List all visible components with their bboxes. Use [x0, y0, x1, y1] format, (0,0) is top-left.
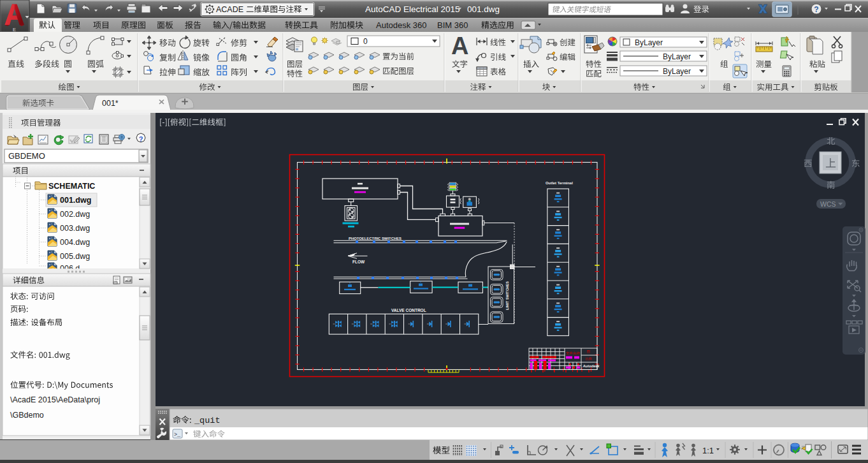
- svg-text:ByLayer: ByLayer: [663, 52, 691, 61]
- svg-text:GBDEMO: GBDEMO: [8, 151, 45, 161]
- svg-text:001*: 001*: [102, 99, 119, 108]
- svg-text:?: ?: [139, 135, 143, 143]
- svg-text:_quit: _quit: [194, 416, 221, 425]
- svg-text:WCS: WCS: [820, 200, 836, 208]
- svg-text:001.dwg: 001.dwg: [60, 196, 91, 205]
- svg-text:SCHEMATIC: SCHEMATIC: [48, 182, 95, 191]
- svg-text:0: 0: [363, 37, 368, 46]
- svg-text:FLOW: FLOW: [352, 260, 365, 264]
- svg-text:\AcadE 2015\AeData\proj: \AcadE 2015\AeData\proj: [10, 395, 100, 404]
- svg-text:\GBdemo: \GBdemo: [10, 411, 44, 420]
- svg-text:Outlet Terminal: Outlet Terminal: [546, 181, 573, 185]
- svg-text:LIMIT SWITCHES: LIMIT SWITCHES: [505, 281, 509, 310]
- svg-text:?: ?: [814, 5, 818, 14]
- svg-text:VALVE CONTROL: VALVE CONTROL: [391, 308, 426, 312]
- svg-text:Autodesk 360: Autodesk 360: [376, 20, 427, 30]
- svg-text:001.dwg: 001.dwg: [467, 4, 500, 14]
- svg-text:005.dwg: 005.dwg: [60, 252, 90, 261]
- svg-text:PHOTOELECTRIC SWITCHES: PHOTOELECTRIC SWITCHES: [349, 237, 401, 240]
- svg-text:A: A: [451, 33, 468, 59]
- svg-text:ACADE: ACADE: [216, 5, 243, 14]
- svg-text:E: E: [13, 27, 16, 33]
- svg-text:004.dwg: 004.dwg: [60, 238, 90, 247]
- svg-text:AutoCAD Electrical 2015: AutoCAD Electrical 2015: [365, 4, 460, 14]
- svg-text:003.dwg: 003.dwg: [60, 224, 90, 233]
- svg-text:Autodesk: Autodesk: [582, 364, 600, 368]
- svg-text:ByLayer: ByLayer: [635, 38, 663, 47]
- svg-text:1:1: 1:1: [702, 446, 714, 455]
- svg-text:BIM 360: BIM 360: [437, 20, 468, 30]
- svg-text:>_: >_: [174, 432, 181, 438]
- svg-text:ByLayer: ByLayer: [663, 67, 691, 76]
- svg-text:002.dwg: 002.dwg: [60, 210, 90, 219]
